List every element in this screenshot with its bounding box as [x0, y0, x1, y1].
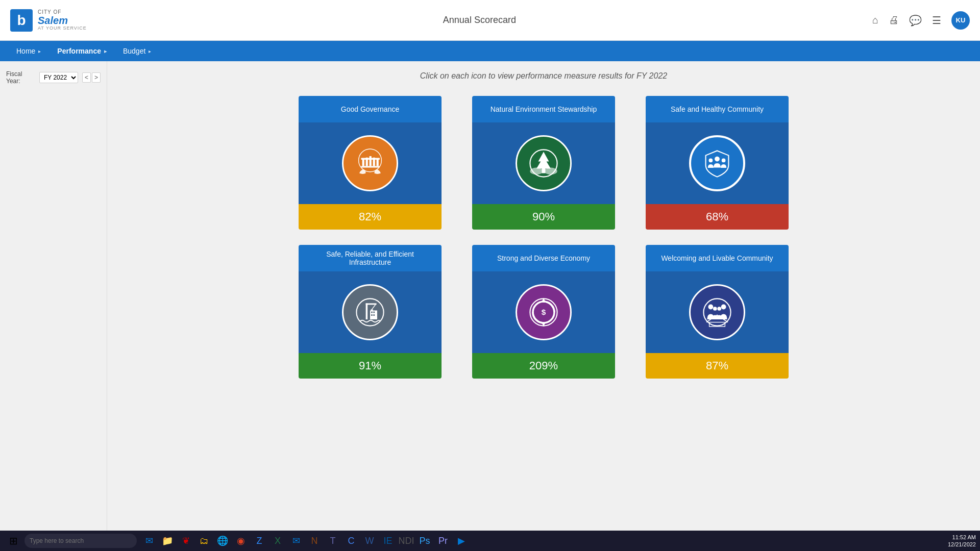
card-good-governance-header: Good Governance	[299, 96, 442, 122]
svg-rect-1	[362, 159, 364, 166]
svg-rect-24	[373, 314, 375, 316]
taskbar-photoshop-icon[interactable]: Ps	[416, 533, 433, 549]
salem-logo: CITY OF Salem AT YOUR SERVICE	[38, 9, 87, 31]
card-livable[interactable]: Welcoming and Livable Community	[646, 245, 789, 379]
svg-rect-5	[377, 159, 379, 166]
svg-point-13	[709, 159, 713, 163]
nav-budget[interactable]: Budget ▸	[115, 41, 159, 61]
top-bar: b CITY OF Salem AT YOUR SERVICE Annual S…	[0, 0, 980, 41]
nav-performance[interactable]: Performance ▸	[49, 41, 115, 61]
community-icon	[689, 135, 745, 191]
taskbar-outlook-icon[interactable]: ✉	[288, 533, 304, 549]
card-natural-environment-header: Natural Environment Stewardship	[472, 96, 615, 122]
card-safe-healthy-footer: 68%	[646, 204, 789, 230]
svg-text:$: $	[542, 308, 546, 316]
svg-rect-17	[366, 304, 377, 305]
fiscal-label: Fiscal Year:	[6, 70, 35, 85]
svg-point-33	[717, 307, 721, 311]
sidebar: Fiscal Year: FY 2022 FY 2021 FY 2020 < >	[0, 61, 107, 531]
card-good-governance[interactable]: Good Governance	[299, 96, 442, 230]
taskbar-apps: ✉ 📁 ❦ 🗂 🌐 ◉ Z X ✉ N T C W IE NDI Ps Pr ▶	[141, 533, 470, 549]
print-icon[interactable]: 🖨	[889, 14, 899, 26]
prev-arrow[interactable]: <	[82, 72, 91, 83]
svg-point-31	[721, 305, 726, 310]
svg-point-32	[713, 307, 717, 311]
card-safe-healthy[interactable]: Safe and Healthy Community	[646, 96, 789, 230]
svg-rect-7	[361, 166, 380, 168]
taskbar-media-icon[interactable]: ▶	[453, 533, 470, 549]
nav-home-label: Home	[16, 47, 35, 55]
cards-grid: Good Governance	[138, 96, 949, 379]
taskbar-explorer-icon[interactable]: 📁	[159, 533, 176, 549]
taskbar-app3-icon[interactable]: ❦	[178, 533, 194, 549]
next-arrow[interactable]: >	[92, 72, 101, 83]
main-content: Click on each icon to view performance m…	[107, 61, 980, 531]
card-infrastructure[interactable]: Safe, Reliable, and Efficient Infrastruc…	[299, 245, 442, 379]
taskbar-teams-icon[interactable]: T	[325, 533, 341, 549]
card-economy-header: Strong and Diverse Economy	[472, 245, 615, 271]
livable-icon	[689, 284, 745, 340]
card-good-governance-body	[299, 122, 442, 204]
main-layout: Fiscal Year: FY 2022 FY 2021 FY 2020 < >…	[0, 61, 980, 531]
svg-point-10	[530, 167, 543, 174]
chat-icon[interactable]: 💬	[909, 14, 922, 27]
page-title: Annual Scorecard	[443, 15, 516, 26]
salem-name: Salem	[38, 15, 87, 26]
svg-rect-22	[373, 312, 375, 313]
taskbar-notes-icon[interactable]: N	[306, 533, 323, 549]
city-label: CITY OF	[38, 9, 87, 15]
taskbar-premiere-icon[interactable]: Pr	[435, 533, 451, 549]
card-safe-healthy-body	[646, 122, 789, 204]
taskbar-app10-icon[interactable]: NDI	[398, 533, 414, 549]
svg-rect-23	[371, 314, 373, 316]
card-economy[interactable]: Strong and Diverse Economy $	[472, 245, 615, 379]
nav-budget-chevron: ▸	[149, 48, 151, 54]
svg-rect-3	[370, 156, 372, 166]
card-infrastructure-body	[299, 271, 442, 353]
taskbar-app5-icon[interactable]: ◉	[233, 533, 249, 549]
card-livable-footer: 87%	[646, 353, 789, 379]
svg-rect-16	[366, 304, 368, 320]
economy-icon: $	[516, 284, 572, 340]
card-livable-header: Welcoming and Livable Community	[646, 245, 789, 271]
nav-performance-chevron: ▸	[104, 48, 107, 54]
taskbar-search[interactable]	[24, 534, 137, 548]
header-icons: ⌂ 🖨 💬 ☰ KU	[872, 11, 970, 30]
card-safe-healthy-header: Safe and Healthy Community	[646, 96, 789, 122]
card-natural-environment[interactable]: Natural Environment Stewardship 90%	[472, 96, 615, 230]
taskbar-files-icon[interactable]: 🗂	[196, 533, 212, 549]
card-infrastructure-footer: 91%	[299, 353, 442, 379]
menu-icon[interactable]: ☰	[932, 14, 941, 27]
taskbar-edge-icon[interactable]: 🌐	[214, 533, 231, 549]
card-livable-body	[646, 271, 789, 353]
fiscal-year-select[interactable]: FY 2022 FY 2021 FY 2020	[39, 72, 78, 83]
svg-rect-6	[361, 158, 380, 160]
home-icon[interactable]: ⌂	[872, 14, 878, 26]
taskbar-mail-icon[interactable]: ✉	[141, 533, 157, 549]
tagline: AT YOUR SERVICE	[38, 26, 87, 31]
fiscal-year-row: Fiscal Year: FY 2022 FY 2021 FY 2020 < >	[0, 66, 107, 89]
svg-point-12	[715, 157, 720, 162]
nav-bar: Home ▸ Performance ▸ Budget ▸	[0, 41, 980, 61]
taskbar: ⊞ ✉ 📁 ❦ 🗂 🌐 ◉ Z X ✉ N T C W IE NDI Ps Pr…	[0, 531, 980, 551]
taskbar-app9-icon[interactable]: IE	[380, 533, 396, 549]
card-economy-body: $	[472, 271, 615, 353]
start-button[interactable]: ⊞	[4, 532, 22, 550]
nav-home-chevron: ▸	[38, 48, 41, 54]
nav-home[interactable]: Home ▸	[8, 41, 49, 61]
nature-icon	[516, 135, 572, 191]
taskbar-time: 11:52 AM 12/21/2022	[948, 534, 976, 548]
svg-rect-21	[371, 312, 373, 313]
taskbar-zoom-icon[interactable]: Z	[251, 533, 267, 549]
taskbar-word-icon[interactable]: W	[361, 533, 378, 549]
governance-icon	[342, 135, 398, 191]
card-infrastructure-header: Safe, Reliable, and Efficient Infrastruc…	[299, 245, 442, 271]
b-logo-icon: b	[10, 9, 33, 32]
avatar[interactable]: KU	[951, 11, 970, 30]
card-natural-environment-body	[472, 122, 615, 204]
taskbar-excel-icon[interactable]: X	[270, 533, 286, 549]
windows-icon: ⊞	[9, 535, 18, 547]
taskbar-chrome-icon[interactable]: C	[343, 533, 359, 549]
instruction-text: Click on each icon to view performance m…	[138, 71, 949, 81]
card-good-governance-footer: 82%	[299, 204, 442, 230]
